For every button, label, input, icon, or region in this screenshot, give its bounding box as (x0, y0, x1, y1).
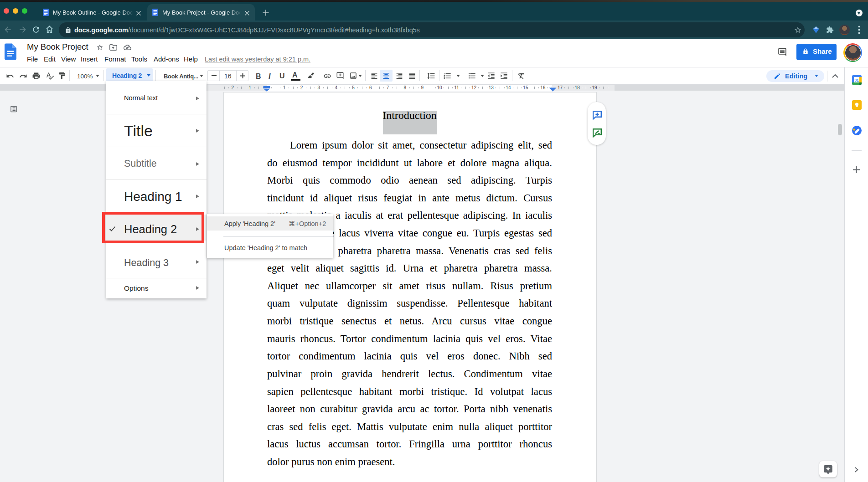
svg-text:31: 31 (854, 78, 859, 82)
